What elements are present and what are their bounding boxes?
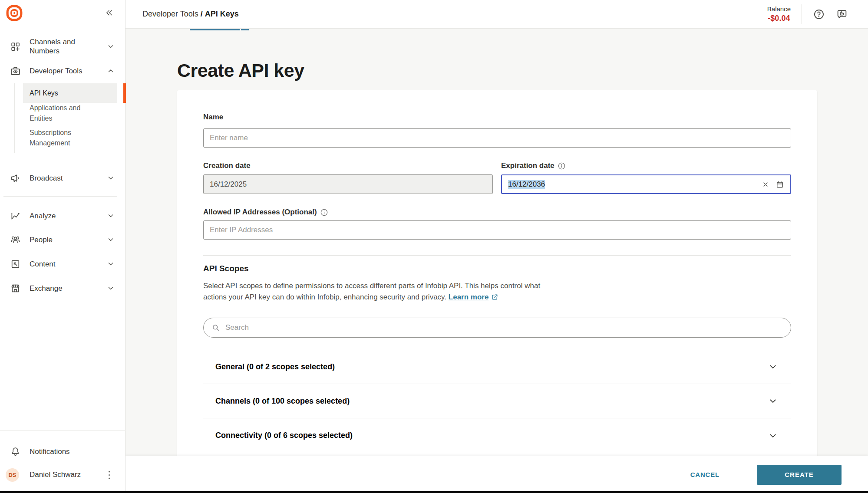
chevron-down-icon [769,397,777,405]
sidebar-item-api-keys[interactable]: API Keys [23,83,117,103]
expiration-date-label: Expiration date [501,161,565,170]
sidebar-item-applications-and-entities[interactable]: Applications and Entities [0,103,125,123]
screen-bottom-edge [0,491,868,493]
info-icon[interactable] [320,209,328,216]
balance[interactable]: Balance -$0.04 [767,5,791,23]
top-bar: Developer Tools / API Keys Balance -$0.0… [125,0,868,29]
name-input[interactable] [203,128,791,148]
clear-icon[interactable] [762,181,769,188]
bell-icon [10,446,21,457]
chevron-down-icon [769,431,777,440]
chevron-down-icon [107,260,114,267]
page-title: Create API key [177,60,304,81]
sidebar-item-people[interactable]: People [0,230,125,249]
content-icon [10,258,21,270]
chevron-down-icon [107,236,114,243]
creation-date-input: 16/12/2025 [203,174,493,194]
chevron-down-icon [107,285,114,292]
feedback-icon[interactable] [836,8,848,20]
action-footer: CANCEL CREATE [125,456,868,493]
sidebar-divider [3,160,117,160]
channels-icon [10,41,21,52]
expiration-date-input[interactable]: 16/12/2036 [501,174,791,194]
chevron-up-icon [107,67,114,74]
sidebar-bottom-divider [0,431,125,431]
sidebar: Channels and Numbers Developer Tools API… [0,0,125,493]
api-scopes-heading: API Scopes [203,264,249,273]
infobip-logo[interactable] [6,5,23,21]
learn-more-link[interactable]: Learn more [449,293,489,301]
megaphone-icon [10,172,21,184]
section-divider [203,255,791,256]
user-menu[interactable]: DS Daniel Schwarz [0,465,125,484]
sidebar-item-subscriptions-management[interactable]: Subscriptions Management [0,123,125,153]
name-label: Name [203,113,223,122]
info-icon[interactable] [558,162,565,170]
sidebar-item-content[interactable]: Content [0,254,125,273]
breadcrumb-separator: / [201,10,203,18]
cancel-button[interactable]: CANCEL [688,470,722,479]
sidebar-item-channels-and-numbers[interactable]: Channels and Numbers [0,37,125,56]
active-tab-indicator [190,29,249,30]
search-icon [211,323,220,332]
avatar: DS [6,468,19,482]
scope-group-channels[interactable]: Channels (0 of 100 scopes selected) [203,384,791,418]
expiration-date-value: 16/12/2036 [508,180,545,189]
breadcrumb-parent[interactable]: Developer Tools [142,10,198,18]
devtools-icon [10,65,21,76]
main-content: Create API key Name Creation date 16/12/… [125,29,868,493]
scope-groups: General (0 of 2 scopes selected) Channel… [203,350,791,453]
scope-group-general[interactable]: General (0 of 2 scopes selected) [203,350,791,384]
sidebar-item-exchange[interactable]: Exchange [0,279,125,298]
search-input[interactable] [224,323,783,332]
chart-icon [10,210,21,221]
allowed-ip-input[interactable] [203,220,791,240]
sidebar-item-notifications[interactable]: Notifications [0,442,125,461]
sidebar-divider [3,196,117,197]
user-name: Daniel Schwarz [30,470,81,479]
create-api-key-card: Name Creation date 16/12/2025 Expiration… [177,90,817,472]
storefront-icon [10,283,21,294]
chevron-down-icon [107,212,114,219]
balance-label: Balance [767,5,791,13]
creation-date-label: Creation date [203,161,251,170]
sidebar-item-developer-tools[interactable]: Developer Tools [0,61,125,80]
sidebar-item-analyze[interactable]: Analyze [0,206,125,225]
app-root: Developer Tools / API Keys Balance -$0.0… [0,0,868,493]
scope-search [203,318,791,338]
kebab-icon[interactable] [106,470,112,480]
topbar-right: Balance -$0.04 [767,4,848,24]
scope-group-connectivity[interactable]: Connectivity (0 of 6 scopes selected) [203,418,791,453]
active-item-indicator [123,83,126,103]
balance-value: -$0.04 [768,13,790,23]
create-button[interactable]: CREATE [757,465,842,485]
help-icon[interactable] [813,8,825,20]
topbar-divider [802,4,802,24]
chevron-down-icon [107,174,114,181]
people-icon [10,234,21,245]
breadcrumb: Developer Tools / API Keys [142,10,239,19]
breadcrumb-current: API Keys [205,10,239,18]
external-link-icon [491,293,498,304]
sidebar-item-broadcast[interactable]: Broadcast [0,168,125,187]
calendar-icon[interactable] [776,180,784,189]
api-scopes-description: Select API scopes to define permissions … [203,280,564,304]
collapse-sidebar-icon[interactable] [104,8,115,18]
chevron-down-icon [107,43,114,50]
chevron-down-icon [769,362,777,371]
allowed-ip-label: Allowed IP Addresses (Optional) [203,208,328,217]
